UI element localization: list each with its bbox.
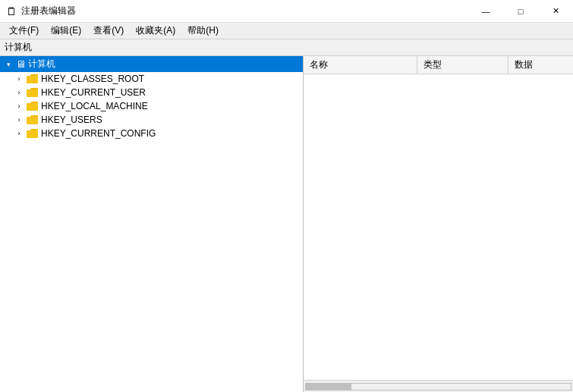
right-scrollbar[interactable]	[304, 380, 573, 392]
maximize-button[interactable]: □	[503, 0, 538, 23]
breadcrumb: 计算机	[0, 39, 573, 56]
tree-item-current-user[interactable]: › HKEY_CURRENT_USER	[0, 86, 303, 99]
menu-edit[interactable]: 编辑(E)	[45, 23, 87, 39]
tree-item-current-config[interactable]: › HKEY_CURRENT_CONFIG	[0, 127, 303, 140]
expand-arrow-classes-root: ›	[14, 74, 24, 84]
tree-item-users[interactable]: › HKEY_USERS	[0, 113, 303, 127]
right-panel: 名称 类型 数据	[304, 56, 573, 392]
svg-rect-3	[27, 103, 38, 111]
svg-rect-5	[27, 130, 38, 138]
folder-icon-classes-root	[27, 74, 39, 84]
menu-view[interactable]: 查看(V)	[87, 23, 130, 39]
col-header-data[interactable]: 数据	[508, 56, 573, 74]
horizontal-scrollbar[interactable]	[305, 383, 571, 390]
scrollbar-thumb	[306, 384, 351, 390]
folder-icon-users	[27, 114, 39, 125]
svg-rect-4	[27, 117, 38, 124]
folder-icon-local-machine	[27, 101, 39, 111]
svg-rect-2	[27, 89, 38, 97]
tree-item-classes-root[interactable]: › HKEY_CLASSES_ROOT	[0, 72, 303, 86]
tree-item-label-users: HKEY_USERS	[41, 114, 102, 125]
menu-file[interactable]: 文件(F)	[3, 23, 45, 39]
computer-icon: 🖥	[16, 58, 26, 70]
titlebar-left: 🗒 注册表编辑器	[6, 5, 76, 17]
tree-root-label: 计算机	[28, 58, 55, 71]
titlebar: 🗒 注册表编辑器 — □ ✕	[0, 0, 573, 23]
tree-root-computer[interactable]: ▾ 🖥 计算机	[0, 56, 303, 72]
main-content: ▾ 🖥 计算机 › HKEY_CLASSES_ROOT › HKEY_CURRE…	[0, 56, 573, 392]
folder-icon-current-config	[27, 128, 39, 139]
minimize-button[interactable]: —	[468, 0, 503, 23]
expand-arrow-current-config: ›	[14, 128, 24, 139]
menubar: 文件(F) 编辑(E) 查看(V) 收藏夹(A) 帮助(H)	[0, 23, 573, 39]
right-body	[304, 74, 573, 380]
titlebar-title: 注册表编辑器	[21, 5, 76, 17]
tree-item-local-machine[interactable]: › HKEY_LOCAL_MACHINE	[0, 99, 303, 113]
expand-arrow-local-machine: ›	[14, 101, 24, 111]
folder-icon-current-user	[27, 87, 39, 98]
expand-arrow-current-user: ›	[14, 87, 24, 98]
breadcrumb-text: 计算机	[5, 41, 32, 54]
close-button[interactable]: ✕	[538, 0, 573, 23]
col-header-type[interactable]: 类型	[417, 56, 508, 74]
tree-panel[interactable]: ▾ 🖥 计算机 › HKEY_CLASSES_ROOT › HKEY_CURRE…	[0, 56, 304, 392]
right-header: 名称 类型 数据	[304, 56, 573, 74]
tree-item-label-current-config: HKEY_CURRENT_CONFIG	[41, 128, 156, 139]
titlebar-controls: — □ ✕	[468, 0, 573, 23]
svg-rect-1	[27, 76, 31, 77]
tree-item-label-current-user: HKEY_CURRENT_USER	[41, 87, 146, 98]
app-icon: 🗒	[6, 5, 17, 17]
tree-item-label-classes-root: HKEY_CLASSES_ROOT	[41, 74, 144, 84]
menu-help[interactable]: 帮助(H)	[181, 23, 225, 39]
col-header-name[interactable]: 名称	[304, 56, 417, 74]
menu-favorites[interactable]: 收藏夹(A)	[130, 23, 181, 39]
tree-item-label-local-machine: HKEY_LOCAL_MACHINE	[41, 101, 148, 111]
expand-arrow-root: ▾	[3, 59, 14, 70]
expand-arrow-users: ›	[14, 114, 24, 125]
